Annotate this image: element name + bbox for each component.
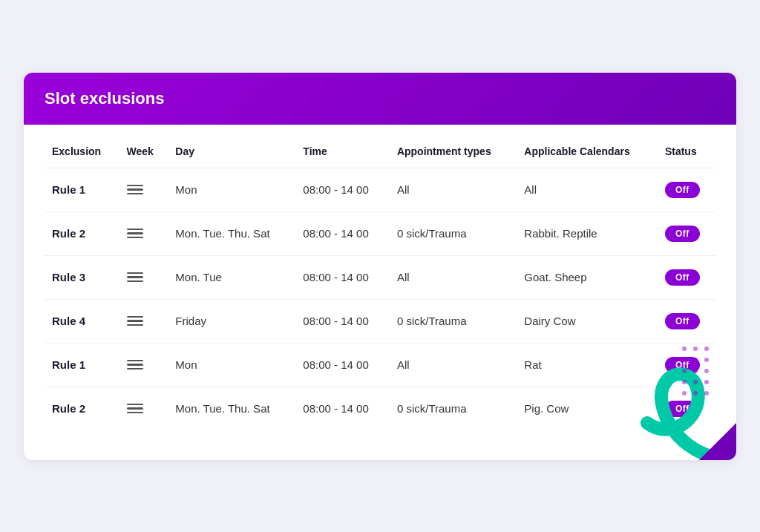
hamburger-line-2: [127, 276, 143, 278]
slot-exclusions-table: Exclusion Week Day Time Appointment type…: [45, 132, 715, 430]
page-title: Slot exclusions: [45, 89, 715, 108]
hamburger-line-3: [127, 324, 143, 326]
card-header: Slot exclusions: [24, 73, 736, 125]
table-header-row: Exclusion Week Day Time Appointment type…: [45, 132, 715, 168]
table-container: Exclusion Week Day Time Appointment type…: [24, 125, 736, 460]
cell-day: Mon: [168, 168, 295, 211]
cell-week[interactable]: [119, 211, 168, 255]
hamburger-line-3: [127, 193, 143, 195]
hamburger-line-3: [127, 237, 143, 239]
cell-day: Mon. Tue: [168, 255, 295, 299]
col-header-status: Status: [658, 132, 715, 168]
exclusion-name: Rule 2: [52, 227, 85, 240]
week-menu-icon[interactable]: [127, 316, 143, 326]
hamburger-line-1: [127, 360, 143, 362]
table-row: Rule 2 Mon. Tue. Thu. Sat08:00 - 14 000 …: [45, 387, 715, 430]
table-row: Rule 1 Mon08:00 - 14 00AllAllOff: [45, 168, 715, 211]
cell-appointment-types: 0 sick/Trauma: [390, 211, 517, 255]
cell-week[interactable]: [119, 387, 168, 430]
cell-status[interactable]: Off: [658, 255, 715, 299]
exclusion-name: Rule 1: [52, 183, 85, 196]
cell-applicable-calendars: Goat. Sheep: [517, 255, 658, 299]
hamburger-line-1: [127, 229, 143, 231]
col-header-exclusion: Exclusion: [45, 132, 119, 168]
cell-applicable-calendars: All: [517, 168, 658, 211]
cell-day: Friday: [168, 299, 295, 343]
cell-time: 08:00 - 14 00: [295, 343, 390, 387]
col-header-day: Day: [168, 132, 295, 168]
status-badge[interactable]: Off: [665, 269, 700, 286]
table-row: Rule 4 Friday08:00 - 14 000 sick/TraumaD…: [45, 299, 715, 343]
hamburger-line-2: [127, 320, 143, 322]
hamburger-line-2: [127, 188, 143, 191]
cell-exclusion: Rule 2: [45, 387, 119, 430]
hamburger-line-3: [127, 412, 143, 414]
exclusion-name: Rule 1: [52, 358, 85, 371]
hamburger-line-3: [127, 280, 143, 283]
table-row: Rule 1 Mon08:00 - 14 00AllRatOff: [45, 343, 715, 387]
hamburger-line-2: [127, 364, 143, 366]
cell-time: 08:00 - 14 00: [295, 168, 390, 211]
cell-appointment-types: All: [390, 255, 517, 299]
cell-applicable-calendars: Rat: [517, 343, 658, 387]
hamburger-line-3: [127, 368, 143, 370]
status-badge[interactable]: Off: [665, 357, 700, 373]
col-header-time: Time: [295, 132, 390, 168]
status-badge[interactable]: Off: [665, 313, 700, 329]
cell-applicable-calendars: Rabbit. Reptile: [517, 211, 658, 255]
cell-status[interactable]: Off: [658, 299, 715, 343]
cell-week[interactable]: [119, 299, 168, 343]
cell-time: 08:00 - 14 00: [295, 211, 390, 255]
cell-exclusion: Rule 4: [45, 299, 119, 343]
cell-day: Mon: [168, 343, 295, 387]
cell-time: 08:00 - 14 00: [295, 387, 390, 430]
week-menu-icon[interactable]: [127, 185, 143, 195]
cell-status[interactable]: Off: [658, 168, 715, 211]
cell-exclusion: Rule 2: [45, 211, 119, 255]
exclusion-name: Rule 2: [52, 402, 85, 415]
cell-appointment-types: 0 sick/Trauma: [390, 387, 517, 430]
hamburger-line-1: [127, 185, 143, 187]
table-row: Rule 3 Mon. Tue08:00 - 14 00AllGoat. She…: [45, 255, 715, 299]
week-menu-icon[interactable]: [127, 272, 143, 283]
week-menu-icon[interactable]: [127, 360, 143, 370]
col-header-week: Week: [119, 132, 168, 168]
status-badge[interactable]: Off: [665, 401, 700, 417]
table-row: Rule 2 Mon. Tue. Thu. Sat08:00 - 14 000 …: [45, 211, 715, 255]
cell-applicable-calendars: Dairy Cow: [517, 299, 658, 343]
cell-exclusion: Rule 3: [45, 255, 119, 299]
cell-appointment-types: 0 sick/Trauma: [390, 299, 517, 343]
week-menu-icon[interactable]: [127, 229, 143, 239]
week-menu-icon[interactable]: [127, 404, 143, 414]
exclusion-name: Rule 3: [52, 271, 85, 283]
cell-time: 08:00 - 14 00: [295, 255, 390, 299]
cell-status[interactable]: Off: [658, 387, 715, 430]
col-header-appointment-types: Appointment types: [390, 132, 517, 168]
cell-week[interactable]: [119, 343, 168, 387]
hamburger-line-1: [127, 404, 143, 406]
col-header-applicable-calendars: Applicable Calendars: [517, 132, 658, 168]
hamburger-line-1: [127, 272, 143, 275]
cell-exclusion: Rule 1: [45, 343, 119, 387]
cell-exclusion: Rule 1: [45, 168, 119, 211]
cell-week[interactable]: [119, 168, 168, 211]
cell-time: 08:00 - 14 00: [295, 299, 390, 343]
status-badge[interactable]: Off: [665, 182, 700, 198]
cell-day: Mon. Tue. Thu. Sat: [168, 211, 295, 255]
status-badge[interactable]: Off: [665, 226, 700, 242]
cell-week[interactable]: [119, 255, 168, 299]
cell-appointment-types: All: [390, 168, 517, 211]
hamburger-line-2: [127, 407, 143, 410]
hamburger-line-2: [127, 232, 143, 234]
cell-appointment-types: All: [390, 343, 517, 387]
exclusion-name: Rule 4: [52, 315, 85, 327]
main-card: Slot exclusions Exclusion Week Day Time …: [24, 73, 736, 460]
hamburger-line-1: [127, 316, 143, 318]
cell-status[interactable]: Off: [658, 343, 715, 387]
cell-day: Mon. Tue. Thu. Sat: [168, 387, 295, 430]
cell-status[interactable]: Off: [658, 211, 715, 255]
cell-applicable-calendars: Pig. Cow: [517, 387, 658, 430]
